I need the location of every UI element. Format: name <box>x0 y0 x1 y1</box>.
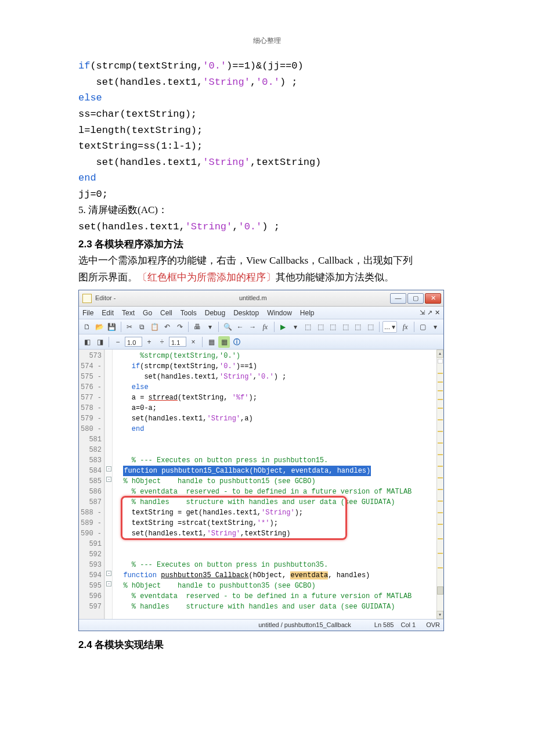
menu-edit[interactable]: Edit <box>102 307 114 319</box>
code-line: function pushbutton15_Callback(hObject, … <box>115 466 434 476</box>
maximize-button[interactable]: ▢ <box>407 293 424 304</box>
continue-icon[interactable]: ⬚ <box>340 321 351 333</box>
minus-button[interactable]: − <box>112 336 124 348</box>
cell-next-icon[interactable]: ◨ <box>94 336 106 348</box>
dropdown-icon[interactable]: ▾ <box>430 321 441 333</box>
plus-button[interactable]: + <box>143 336 155 348</box>
code-line: set(handles.text1,'String','0.') ; <box>115 372 434 382</box>
code-line: function pushbutton35_Callback(hObject, … <box>115 570 434 581</box>
menu-tools[interactable]: Tools <box>181 307 197 319</box>
code-line <box>115 549 434 560</box>
more-icon[interactable]: ... ▾ <box>383 321 397 333</box>
step-icon[interactable]: ⬚ <box>302 321 314 333</box>
code-line: textString=ss(1:l-1); <box>78 138 456 154</box>
find-icon[interactable]: 🔍 <box>222 321 233 333</box>
fold-marker[interactable]: - <box>106 581 111 586</box>
line-number: 579 - <box>80 413 102 424</box>
scroll-up-icon[interactable]: ▴ <box>436 350 443 358</box>
line-number: 592 <box>80 549 102 560</box>
close-button[interactable]: ✕ <box>425 293 441 304</box>
menu-cell[interactable]: Cell <box>160 307 172 319</box>
kw-if: if <box>78 60 90 71</box>
dock-icon[interactable]: ⇲ <box>420 307 425 318</box>
step-out-icon[interactable]: ⬚ <box>327 321 339 333</box>
fold-marker[interactable]: - <box>106 466 111 471</box>
code-text: ) ; <box>262 221 280 232</box>
times-button[interactable]: × <box>187 336 199 348</box>
stop-icon[interactable]: ⬚ <box>352 321 364 333</box>
divide-button[interactable]: ÷ <box>156 336 168 348</box>
scale-input-2[interactable]: 1.1 <box>169 337 186 347</box>
code-line: else <box>115 382 434 393</box>
cell-prev-icon[interactable]: ◧ <box>81 336 93 348</box>
back-icon[interactable]: ← <box>234 321 246 333</box>
scroll-down-icon[interactable]: ▾ <box>436 611 443 619</box>
menu-text[interactable]: Text <box>122 307 135 319</box>
fx-icon-2[interactable]: fx <box>399 321 411 333</box>
layout-icon[interactable]: ▢ <box>417 321 429 333</box>
window-title-app: Editor - <box>95 293 116 304</box>
code-line: set(handles.text1,'String','0.') ; <box>78 219 456 235</box>
code-line: else <box>78 90 456 106</box>
minimap[interactable]: ▴ ▾ <box>436 350 443 619</box>
string-literal: 'String' <box>185 221 233 232</box>
menubar: File Edit Text Go Cell Tools Debug Deskt… <box>79 307 443 319</box>
save-icon[interactable]: 💾 <box>106 321 118 333</box>
code-line: % hObject handle to pushbutton15 (see GC… <box>115 476 434 487</box>
code-line: if(strcmp(textString,'0.')==1)&(jj==0) <box>78 58 456 74</box>
undock-icon[interactable]: ↗ <box>427 307 432 318</box>
code-area[interactable]: %strcmp(textString,'0.') if(strcmp(textS… <box>113 350 436 619</box>
redo-icon[interactable]: ↷ <box>174 321 186 333</box>
paste-icon[interactable]: 📋 <box>149 321 161 333</box>
forward-icon[interactable]: → <box>247 321 259 333</box>
code-line: set(handles.text1,'String',textString) <box>78 154 456 171</box>
info-icon[interactable]: ⓘ <box>231 336 243 348</box>
code-line: a = strread(textString, '%f'); <box>115 393 434 403</box>
step-in-icon[interactable]: ⬚ <box>315 321 326 333</box>
copy-icon[interactable]: ⧉ <box>136 321 148 333</box>
cut-icon[interactable]: ✂ <box>124 321 136 333</box>
eval-icon[interactable]: ▦ <box>205 336 217 348</box>
fold-marker[interactable]: - <box>106 571 111 576</box>
matlab-editor-window: Editor - untitled.m — ▢ ✕ File Edit Text… <box>78 290 444 631</box>
statusbar: untitled / pushbutton15_Callback Ln 585 … <box>79 619 443 631</box>
string-literal: '0.' <box>238 221 262 232</box>
menu-desktop[interactable]: Desktop <box>233 307 259 319</box>
open-file-icon[interactable]: 📂 <box>94 321 106 333</box>
scale-input-1[interactable]: 1.0 <box>125 337 142 347</box>
code-text: set(handles.text1, <box>78 77 203 88</box>
menu-help[interactable]: Help <box>300 307 315 319</box>
eval-advance-icon[interactable]: ▦ <box>218 336 230 348</box>
minimap-thumb[interactable] <box>437 586 443 595</box>
titlebar[interactable]: Editor - untitled.m — ▢ ✕ <box>79 290 443 307</box>
line-number: 578 - <box>80 403 102 413</box>
editor-icon <box>82 294 92 303</box>
minimize-button[interactable]: — <box>390 293 406 304</box>
panel-close-icon[interactable]: ✕ <box>435 307 440 318</box>
code-line: textString =strcat(textString,'*'); <box>115 518 434 528</box>
undo-icon[interactable]: ↶ <box>161 321 173 333</box>
code-line <box>115 445 434 455</box>
fold-marker[interactable]: - <box>106 477 111 482</box>
code-text: , <box>232 221 238 232</box>
text: 其他功能键添加方法类似。 <box>276 272 394 283</box>
comment-icon[interactable]: ▾ <box>204 321 216 333</box>
fold-column[interactable]: - - - - <box>104 350 113 619</box>
line-number: 582 <box>80 445 102 455</box>
minimap-indicator <box>438 359 443 363</box>
print-icon[interactable]: 🖶 <box>192 321 203 333</box>
code-text: , <box>250 77 256 88</box>
new-file-icon[interactable]: 🗋 <box>81 321 93 333</box>
string-literal: '0.' <box>256 77 280 88</box>
menu-window[interactable]: Window <box>267 307 292 319</box>
code-text: ) ; <box>280 77 298 88</box>
breakpoint-icon[interactable]: ▾ <box>290 321 301 333</box>
code-text: (strcmp(textString, <box>90 60 203 71</box>
fx-icon[interactable]: fx <box>259 321 271 333</box>
menu-go[interactable]: Go <box>143 307 152 319</box>
menu-file[interactable]: File <box>82 307 93 319</box>
menu-debug[interactable]: Debug <box>205 307 225 319</box>
stack-icon[interactable]: ⬚ <box>365 321 376 333</box>
editor-body: 573 574 - 575 - 576 - 577 - 578 - 579 - … <box>79 350 443 619</box>
run-icon[interactable]: ▶ <box>277 321 289 333</box>
